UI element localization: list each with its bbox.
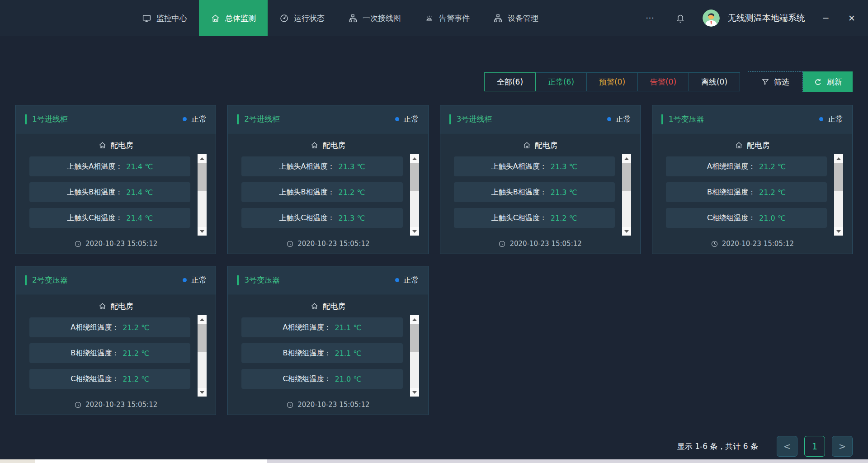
home-outline-icon: [310, 302, 319, 311]
sensor-row: 上触头C相温度： 21.4 ℃: [29, 208, 190, 228]
sensor-row: 上触头A相温度： 21.4 ℃: [29, 156, 190, 176]
bell-icon[interactable]: [675, 13, 685, 24]
card-header[interactable]: 1号变压器 正常: [652, 105, 852, 133]
filter-tab[interactable]: 正常(6): [535, 72, 587, 91]
device-card[interactable]: 3号进线柜 正常 配电房 上触头A相温度：: [440, 105, 641, 254]
scrollbar-up-arrow[interactable]: [410, 154, 419, 163]
card-status: 正常: [607, 114, 631, 124]
status-dot-icon: [183, 117, 187, 121]
clock-icon: [74, 401, 82, 409]
card-header[interactable]: 3号变压器 正常: [228, 266, 428, 294]
filter-button[interactable]: 筛选: [748, 71, 803, 92]
card-scrollbar[interactable]: [410, 315, 419, 397]
device-card[interactable]: 2号进线柜 正常 配电房 上触头A相温度：: [227, 105, 428, 254]
nav-tab[interactable]: 一次接线图: [336, 0, 413, 36]
card-scrollbar[interactable]: [410, 154, 419, 236]
status-label: 正常: [191, 114, 207, 124]
sensor-label: C相绕组温度：: [71, 374, 119, 384]
sensor-label: C相绕组温度：: [707, 213, 755, 223]
sensor-value: 21.0 ℃: [759, 214, 786, 222]
card-scrollbar[interactable]: [834, 154, 843, 236]
close-button[interactable]: ✕: [845, 11, 858, 25]
scrollbar-thumb[interactable]: [410, 324, 419, 352]
device-card[interactable]: 1号进线柜 正常 配电房 上触头A相温度：: [15, 105, 216, 254]
scrollbar-thumb[interactable]: [622, 163, 631, 191]
card-scrollbar[interactable]: [198, 315, 207, 397]
sensor-row: 上触头B相温度： 21.3 ℃: [454, 182, 615, 202]
scrollbar-down-arrow[interactable]: [834, 227, 843, 236]
scrollbar-up-arrow[interactable]: [622, 154, 631, 163]
minimize-button[interactable]: ─: [821, 11, 831, 25]
filter-tab[interactable]: 预警(0): [586, 72, 638, 91]
card-location: 配电房: [228, 140, 428, 151]
clock-icon: [498, 240, 506, 248]
card-accent-bar: [661, 114, 663, 124]
nav-more-button[interactable]: ···: [634, 14, 666, 23]
nav-tab[interactable]: 运行状态: [268, 0, 336, 36]
card-accent-bar: [237, 114, 239, 124]
scrollbar-down-arrow[interactable]: [410, 388, 419, 397]
refresh-icon: [814, 78, 822, 86]
pagination-prev-button[interactable]: <: [777, 436, 797, 457]
refresh-button[interactable]: 刷新: [803, 71, 853, 92]
card-header[interactable]: 3号进线柜 正常: [440, 105, 640, 133]
scrollbar-down-arrow[interactable]: [622, 227, 631, 236]
scrollbar-up-arrow[interactable]: [198, 315, 207, 324]
sensor-label: 上触头B相温度：: [67, 188, 123, 197]
filter-tab-label: 预警(0): [599, 77, 625, 87]
card-location: 配电房: [228, 301, 428, 312]
horizontal-scrollbar-thumb[interactable]: [35, 459, 267, 463]
filter-button-label: 筛选: [774, 77, 789, 87]
scrollbar-thumb[interactable]: [198, 324, 207, 352]
user-avatar[interactable]: [703, 9, 720, 27]
nav-tab[interactable]: 监控中心: [130, 0, 199, 36]
scrollbar-up-arrow[interactable]: [834, 154, 843, 163]
scrollbar-down-arrow[interactable]: [198, 388, 207, 397]
card-timestamp: 2020-10-23 15:05:12: [228, 401, 428, 409]
location-label: 配电房: [110, 301, 133, 312]
device-card[interactable]: 1号变压器 正常 配电房 A相绕组温度：: [652, 105, 853, 254]
scrollbar-thumb[interactable]: [410, 163, 419, 191]
card-body: 配电房 上触头A相温度： 21.4 ℃ 上触头B相温度： 21.4 ℃: [16, 133, 216, 254]
sensor-value: 21.2 ℃: [123, 349, 149, 358]
card-title: 3号进线柜: [457, 114, 492, 124]
scrollbar-up-arrow[interactable]: [198, 154, 207, 163]
alarm-lamp-icon: [425, 14, 434, 23]
sensor-row: A相绕组温度： 21.2 ℃: [29, 317, 190, 337]
location-label: 配电房: [322, 301, 345, 312]
card-header[interactable]: 2号进线柜 正常: [228, 105, 428, 133]
sensor-value: 21.2 ℃: [123, 323, 149, 332]
scrollbar-down-arrow[interactable]: [410, 227, 419, 236]
scrollbar-down-arrow[interactable]: [198, 227, 207, 236]
nav-tab[interactable]: 设备管理: [481, 0, 550, 36]
status-dot-icon: [395, 117, 399, 121]
scrollbar-thumb[interactable]: [198, 163, 207, 191]
card-timestamp: 2020-10-23 15:05:12: [16, 240, 216, 248]
pagination-page-1-button[interactable]: 1: [804, 436, 825, 457]
horizontal-scrollbar[interactable]: [0, 459, 868, 463]
sensor-value: 21.2 ℃: [759, 188, 786, 197]
sensor-rows: 上触头A相温度： 21.4 ℃ 上触头B相温度： 21.4 ℃ 上触头C相温度：: [29, 156, 190, 234]
device-card[interactable]: 3号变压器 正常 配电房 A相绕组温度：: [227, 266, 428, 415]
timestamp-label: 2020-10-23 15:05:12: [85, 240, 157, 248]
scrollbar-up-arrow[interactable]: [410, 315, 419, 324]
filter-tab[interactable]: 离线(0): [689, 72, 740, 91]
nav-tab[interactable]: 告警事件: [413, 0, 481, 36]
sensor-row: C相绕组温度： 21.2 ℃: [29, 369, 190, 389]
filter-tab[interactable]: 告警(0): [637, 72, 689, 91]
scrollbar-thumb[interactable]: [834, 163, 843, 191]
card-header[interactable]: 2号变压器 正常: [16, 266, 216, 294]
device-card[interactable]: 2号变压器 正常 配电房 A相绕组温度：: [15, 266, 216, 415]
card-scrollbar[interactable]: [622, 154, 631, 236]
card-header[interactable]: 1号进线柜 正常: [16, 105, 216, 133]
sensor-rows: 上触头A相温度： 21.3 ℃ 上触头B相温度： 21.2 ℃ 上触头C相温度：: [241, 156, 402, 234]
filter-tab-label: 正常(6): [548, 77, 574, 87]
nav-tab-label: 总体监测: [225, 13, 256, 24]
nav-tab[interactable]: 总体监测: [199, 0, 268, 36]
card-scrollbar[interactable]: [198, 154, 207, 236]
card-location: 配电房: [652, 140, 852, 151]
sensor-row: A相绕组温度： 21.2 ℃: [666, 156, 827, 176]
filter-tab[interactable]: 全部(6): [484, 72, 536, 91]
pagination-next-button[interactable]: >: [832, 436, 853, 457]
timestamp-label: 2020-10-23 15:05:12: [85, 401, 157, 409]
